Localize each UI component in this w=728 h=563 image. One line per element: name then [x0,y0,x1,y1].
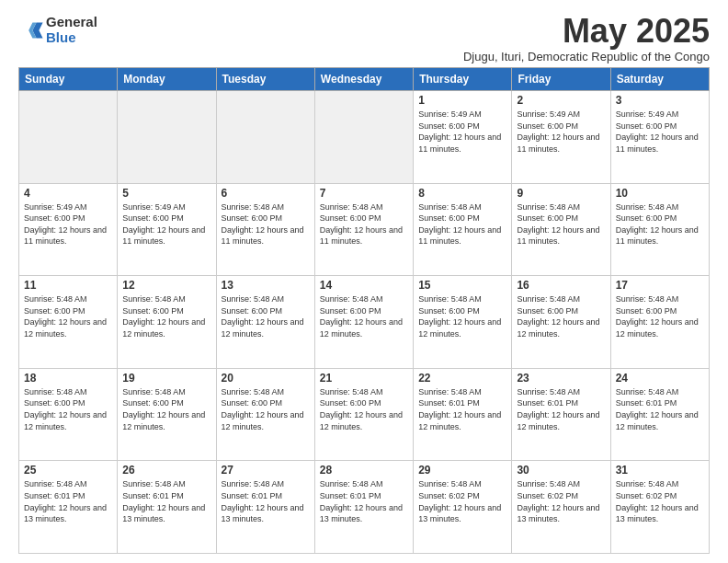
table-cell: 22Sunrise: 5:48 AM Sunset: 6:01 PM Dayli… [414,368,512,461]
day-info: Sunrise: 5:48 AM Sunset: 6:00 PM Dayligh… [320,386,408,432]
day-number: 12 [122,279,210,292]
day-number: 4 [24,187,112,200]
header-wednesday: Wednesday [314,68,413,91]
day-info: Sunrise: 5:48 AM Sunset: 6:00 PM Dayligh… [222,293,310,339]
day-number: 10 [616,187,704,200]
day-number: 17 [616,279,704,292]
day-number: 30 [517,464,605,477]
day-number: 14 [320,279,408,292]
day-info: Sunrise: 5:49 AM Sunset: 6:00 PM Dayligh… [616,109,704,155]
day-number: 2 [517,94,605,107]
table-cell [19,91,118,184]
table-cell: 8Sunrise: 5:48 AM Sunset: 6:00 PM Daylig… [414,183,512,276]
day-info: Sunrise: 5:48 AM Sunset: 6:00 PM Dayligh… [320,293,408,339]
day-number: 25 [24,464,112,477]
table-cell: 15Sunrise: 5:48 AM Sunset: 6:00 PM Dayli… [414,276,512,369]
table-cell: 24Sunrise: 5:48 AM Sunset: 6:01 PM Dayli… [610,368,709,461]
day-info: Sunrise: 5:48 AM Sunset: 6:01 PM Dayligh… [517,386,605,432]
header-saturday: Saturday [610,68,709,91]
day-info: Sunrise: 5:48 AM Sunset: 6:02 PM Dayligh… [616,478,704,524]
table-cell: 29Sunrise: 5:48 AM Sunset: 6:02 PM Dayli… [414,461,512,554]
table-cell: 10Sunrise: 5:48 AM Sunset: 6:00 PM Dayli… [610,183,709,276]
day-info: Sunrise: 5:48 AM Sunset: 6:02 PM Dayligh… [517,478,605,524]
week-row-3: 11Sunrise: 5:48 AM Sunset: 6:00 PM Dayli… [19,276,710,369]
table-cell [118,91,216,184]
day-number: 5 [122,187,210,200]
table-cell: 11Sunrise: 5:48 AM Sunset: 6:00 PM Dayli… [19,276,118,369]
day-info: Sunrise: 5:48 AM Sunset: 6:00 PM Dayligh… [517,201,605,247]
day-info: Sunrise: 5:48 AM Sunset: 6:00 PM Dayligh… [122,293,210,339]
table-cell: 2Sunrise: 5:49 AM Sunset: 6:00 PM Daylig… [512,91,610,184]
table-cell [216,91,314,184]
table-cell: 4Sunrise: 5:49 AM Sunset: 6:00 PM Daylig… [19,183,118,276]
days-header-row: Sunday Monday Tuesday Wednesday Thursday… [19,68,710,91]
logo: General Blue [18,15,97,45]
day-number: 21 [320,372,408,385]
day-number: 19 [122,372,210,385]
header-thursday: Thursday [414,68,512,91]
day-info: Sunrise: 5:48 AM Sunset: 6:00 PM Dayligh… [222,386,310,432]
table-cell: 23Sunrise: 5:48 AM Sunset: 6:01 PM Dayli… [512,368,610,461]
day-number: 22 [418,372,506,385]
table-cell [314,91,413,184]
day-number: 11 [24,279,112,292]
day-info: Sunrise: 5:49 AM Sunset: 6:00 PM Dayligh… [517,109,605,155]
day-number: 13 [222,279,310,292]
day-info: Sunrise: 5:48 AM Sunset: 6:01 PM Dayligh… [320,478,408,524]
table-cell: 16Sunrise: 5:48 AM Sunset: 6:00 PM Dayli… [512,276,610,369]
day-number: 15 [418,279,506,292]
month-title: May 2025 [463,15,710,48]
table-cell: 14Sunrise: 5:48 AM Sunset: 6:00 PM Dayli… [314,276,413,369]
day-number: 16 [517,279,605,292]
day-number: 8 [418,187,506,200]
day-number: 6 [222,187,310,200]
logo-general: General [46,15,97,30]
table-cell: 17Sunrise: 5:48 AM Sunset: 6:00 PM Dayli… [610,276,709,369]
table-cell: 9Sunrise: 5:48 AM Sunset: 6:00 PM Daylig… [512,183,610,276]
table-cell: 6Sunrise: 5:48 AM Sunset: 6:00 PM Daylig… [216,183,314,276]
day-info: Sunrise: 5:48 AM Sunset: 6:00 PM Dayligh… [418,293,506,339]
header: General Blue May 2025 Djugu, Ituri, Demo… [18,15,710,63]
day-number: 1 [418,94,506,107]
table-cell: 28Sunrise: 5:48 AM Sunset: 6:01 PM Dayli… [314,461,413,554]
day-number: 31 [616,464,704,477]
day-number: 29 [418,464,506,477]
week-row-5: 25Sunrise: 5:48 AM Sunset: 6:01 PM Dayli… [19,461,710,554]
day-info: Sunrise: 5:49 AM Sunset: 6:00 PM Dayligh… [24,201,112,247]
subtitle: Djugu, Ituri, Democratic Republic of the… [463,50,710,63]
day-info: Sunrise: 5:48 AM Sunset: 6:00 PM Dayligh… [418,201,506,247]
day-info: Sunrise: 5:48 AM Sunset: 6:00 PM Dayligh… [320,201,408,247]
table-cell: 18Sunrise: 5:48 AM Sunset: 6:00 PM Dayli… [19,368,118,461]
table-cell: 26Sunrise: 5:48 AM Sunset: 6:01 PM Dayli… [118,461,216,554]
day-info: Sunrise: 5:49 AM Sunset: 6:00 PM Dayligh… [122,201,210,247]
day-info: Sunrise: 5:48 AM Sunset: 6:00 PM Dayligh… [222,201,310,247]
day-info: Sunrise: 5:48 AM Sunset: 6:00 PM Dayligh… [616,201,704,247]
day-info: Sunrise: 5:48 AM Sunset: 6:00 PM Dayligh… [517,293,605,339]
day-info: Sunrise: 5:48 AM Sunset: 6:01 PM Dayligh… [122,478,210,524]
day-number: 26 [122,464,210,477]
logo-text: General Blue [46,15,97,45]
week-row-4: 18Sunrise: 5:48 AM Sunset: 6:00 PM Dayli… [19,368,710,461]
header-sunday: Sunday [19,68,118,91]
table-cell: 25Sunrise: 5:48 AM Sunset: 6:01 PM Dayli… [19,461,118,554]
day-info: Sunrise: 5:48 AM Sunset: 6:02 PM Dayligh… [418,478,506,524]
page: General Blue May 2025 Djugu, Ituri, Demo… [0,0,728,563]
table-cell: 21Sunrise: 5:48 AM Sunset: 6:00 PM Dayli… [314,368,413,461]
header-tuesday: Tuesday [216,68,314,91]
day-number: 9 [517,187,605,200]
day-info: Sunrise: 5:49 AM Sunset: 6:00 PM Dayligh… [418,109,506,155]
day-number: 3 [616,94,704,107]
title-area: May 2025 Djugu, Ituri, Democratic Republ… [463,15,710,63]
table-cell: 27Sunrise: 5:48 AM Sunset: 6:01 PM Dayli… [216,461,314,554]
table-cell: 7Sunrise: 5:48 AM Sunset: 6:00 PM Daylig… [314,183,413,276]
week-row-2: 4Sunrise: 5:49 AM Sunset: 6:00 PM Daylig… [19,183,710,276]
day-info: Sunrise: 5:48 AM Sunset: 6:01 PM Dayligh… [418,386,506,432]
table-cell: 31Sunrise: 5:48 AM Sunset: 6:02 PM Dayli… [610,461,709,554]
calendar: Sunday Monday Tuesday Wednesday Thursday… [18,67,710,554]
table-cell: 19Sunrise: 5:48 AM Sunset: 6:00 PM Dayli… [118,368,216,461]
header-friday: Friday [512,68,610,91]
day-info: Sunrise: 5:48 AM Sunset: 6:01 PM Dayligh… [616,386,704,432]
logo-icon [18,17,44,43]
table-cell: 13Sunrise: 5:48 AM Sunset: 6:00 PM Dayli… [216,276,314,369]
table-cell: 20Sunrise: 5:48 AM Sunset: 6:00 PM Dayli… [216,368,314,461]
